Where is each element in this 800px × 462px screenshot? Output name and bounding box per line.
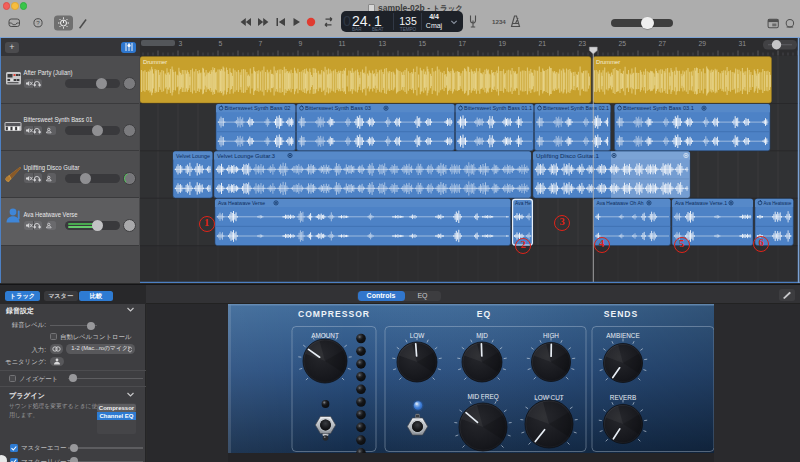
svg-text:HIGH: HIGH — [543, 332, 559, 339]
svg-text:13: 13 — [379, 40, 387, 47]
svg-text:21: 21 — [539, 40, 547, 47]
svg-text:1234: 1234 — [492, 18, 506, 25]
svg-text:Bittersweet Synth Bass 03: Bittersweet Synth Bass 03 — [305, 105, 371, 111]
svg-text:25: 25 — [619, 40, 627, 47]
svg-text:EQ: EQ — [477, 309, 491, 319]
svg-text:LOW: LOW — [410, 332, 426, 339]
svg-text:3: 3 — [179, 40, 183, 47]
svg-text:27: 27 — [659, 40, 667, 47]
svg-text:Ava Heatwave Verse.1: Ava Heatwave Verse.1 — [675, 200, 727, 206]
svg-text:Bittersweet Synth Bass 02.1: Bittersweet Synth Bass 02.1 — [543, 105, 609, 111]
svg-text:After Party (Julian): After Party (Julian) — [24, 69, 73, 77]
svg-text:17: 17 — [459, 40, 467, 47]
svg-text:Bittersweet Synth Bass 03.1: Bittersweet Synth Bass 03.1 — [623, 105, 694, 111]
svg-text:9: 9 — [299, 40, 303, 47]
svg-text:Bittersweet Synth Bass 01.1: Bittersweet Synth Bass 01.1 — [464, 105, 532, 111]
svg-text:AMBIENCE: AMBIENCE — [606, 332, 639, 339]
svg-text:31: 31 — [739, 40, 747, 47]
svg-text:29: 29 — [699, 40, 707, 47]
svg-text:Ava He: Ava He — [515, 200, 531, 206]
svg-text:11: 11 — [339, 40, 346, 47]
svg-text:15: 15 — [419, 40, 427, 47]
svg-text:Drummer: Drummer — [596, 59, 620, 65]
svg-text:Uplifting Disco Guitar: Uplifting Disco Guitar — [24, 164, 81, 172]
svg-text:COMPRESSOR: COMPRESSOR — [298, 309, 370, 319]
svg-text:Velvet Lounge Guitar.3: Velvet Lounge Guitar.3 — [217, 153, 275, 159]
svg-text:Bittersweet Synth Bass 01: Bittersweet Synth Bass 01 — [24, 116, 93, 124]
svg-text:Ava Heatwave Verse: Ava Heatwave Verse — [24, 211, 78, 218]
svg-text:Velvet Lounge: Velvet Lounge — [176, 153, 210, 159]
svg-text:Bittersweet Synth Bass 02: Bittersweet Synth Bass 02 — [225, 105, 291, 111]
svg-text:5: 5 — [219, 40, 223, 47]
svg-text:Ava Heatwave Oh Ah: Ava Heatwave Oh Ah — [597, 200, 644, 206]
svg-text:Uplifting Disco Guitar.1: Uplifting Disco Guitar.1 — [536, 153, 599, 159]
svg-text:23: 23 — [579, 40, 587, 47]
svg-text:Ava Heatwave Verse: Ava Heatwave Verse — [218, 200, 265, 206]
svg-text:7: 7 — [259, 40, 263, 47]
svg-text:Drummer: Drummer — [143, 59, 167, 65]
svg-text:Ava Heatwave: Ava Heatwave — [764, 200, 792, 206]
svg-text:SENDS: SENDS — [604, 309, 639, 319]
svg-text:?: ? — [36, 19, 40, 26]
svg-text:19: 19 — [499, 40, 507, 47]
